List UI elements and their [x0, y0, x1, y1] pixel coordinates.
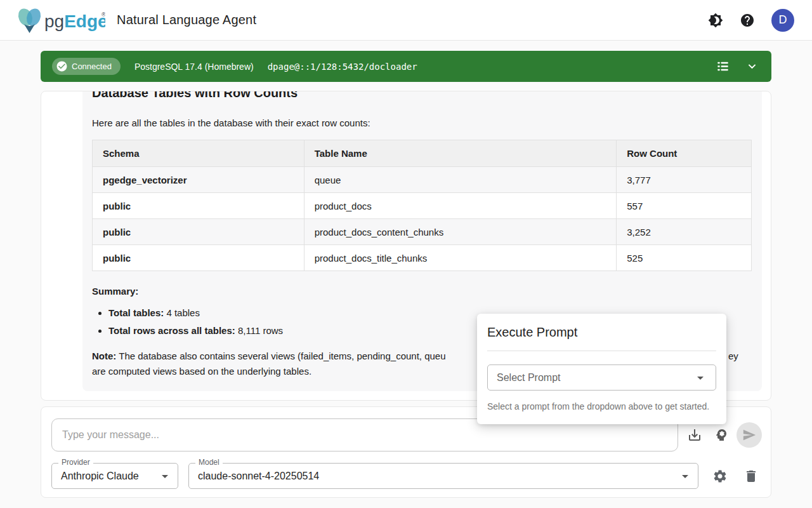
send-icon: [742, 428, 756, 442]
connection-bar[interactable]: Connected PostgreSQL 17.4 (Homebrew) dpa…: [41, 51, 771, 82]
page-title: Natural Language Agent: [117, 13, 256, 27]
cell-schema: public: [93, 245, 304, 271]
download-icon[interactable]: [687, 427, 702, 443]
cell-schema: public: [93, 193, 304, 219]
dark-mode-toggle-icon[interactable]: [708, 13, 723, 28]
pgedge-logo: pgEdge ®: [15, 6, 105, 34]
connection-status-badge: Connected: [52, 58, 121, 75]
table-row: public product_docs_content_chunks 3,252: [93, 219, 752, 245]
message-intro: Here are all the tables in the database …: [92, 117, 752, 130]
trash-icon[interactable]: [743, 469, 759, 484]
model-label: Model: [195, 458, 223, 466]
dropdown-arrow-icon: [693, 370, 708, 385]
connection-string: dpage@::1/128:5432/docloader: [268, 62, 417, 72]
user-avatar[interactable]: D: [771, 9, 794, 32]
cell-row-count: 525: [617, 245, 752, 271]
psychology-icon[interactable]: [714, 427, 729, 443]
model-value: claude-sonnet-4-20250514: [198, 471, 319, 482]
cell-row-count: 3,252: [617, 219, 752, 245]
execute-prompt-title: Execute Prompt: [487, 325, 716, 340]
column-header-schema: Schema: [93, 140, 304, 167]
connection-status-label: Connected: [72, 62, 112, 71]
dropdown-arrow-icon: [678, 469, 693, 484]
server-version: PostgreSQL 17.4 (Homebrew): [134, 62, 254, 72]
table-row: public product_docs_title_chunks 525: [93, 245, 752, 271]
column-header-table-name: Table Name: [304, 140, 617, 167]
note-fragment: ey: [728, 349, 738, 364]
help-icon[interactable]: [740, 13, 755, 28]
model-select[interactable]: Model claude-sonnet-4-20250514: [188, 463, 698, 489]
execute-prompt-panel: Execute Prompt Select Prompt Select a pr…: [477, 314, 726, 424]
table-header-row: Schema Table Name Row Count: [93, 140, 752, 167]
prompt-helper-text: Select a prompt from the dropdown above …: [487, 401, 716, 411]
cell-schema: public: [93, 219, 304, 245]
app-header: pgEdge ® Natural Language Agent D: [0, 0, 812, 41]
cell-row-count: 3,777: [617, 167, 752, 193]
settings-gear-icon[interactable]: [712, 469, 728, 484]
column-header-row-count: Row Count: [617, 140, 752, 167]
connection-list-icon[interactable]: [716, 59, 731, 74]
cell-table-name: queue: [304, 167, 617, 193]
db-tables-table: Schema Table Name Row Count pgedge_vecto…: [92, 140, 752, 271]
check-circle-icon: [56, 60, 68, 72]
provider-select[interactable]: Provider Anthropic Claude: [51, 463, 178, 489]
provider-label: Provider: [58, 458, 93, 466]
table-row: public product_docs 557: [93, 193, 752, 219]
select-prompt-value: Select Prompt: [497, 372, 560, 384]
pgedge-logo-icon: pgEdge ®: [15, 6, 105, 34]
table-row: pgedge_vectorizer queue 3,777: [93, 167, 752, 193]
provider-value: Anthropic Claude: [61, 471, 139, 482]
send-button[interactable]: [737, 422, 762, 448]
cell-table-name: product_docs_title_chunks: [304, 245, 617, 271]
cell-schema: pgedge_vectorizer: [93, 167, 304, 193]
cell-row-count: 557: [617, 193, 752, 219]
message-heading: Database Tables with Row Counts: [92, 91, 752, 102]
svg-text:pgEdge: pgEdge: [44, 11, 105, 31]
svg-text:®: ®: [102, 11, 105, 18]
divider: [487, 351, 716, 351]
select-prompt-dropdown[interactable]: Select Prompt: [487, 364, 716, 391]
connection-expand-chevron-icon[interactable]: [745, 59, 760, 74]
cell-table-name: product_docs_content_chunks: [304, 219, 617, 245]
dropdown-arrow-icon: [157, 469, 173, 484]
summary-label: Summary:: [92, 284, 752, 299]
cell-table-name: product_docs: [304, 193, 617, 219]
